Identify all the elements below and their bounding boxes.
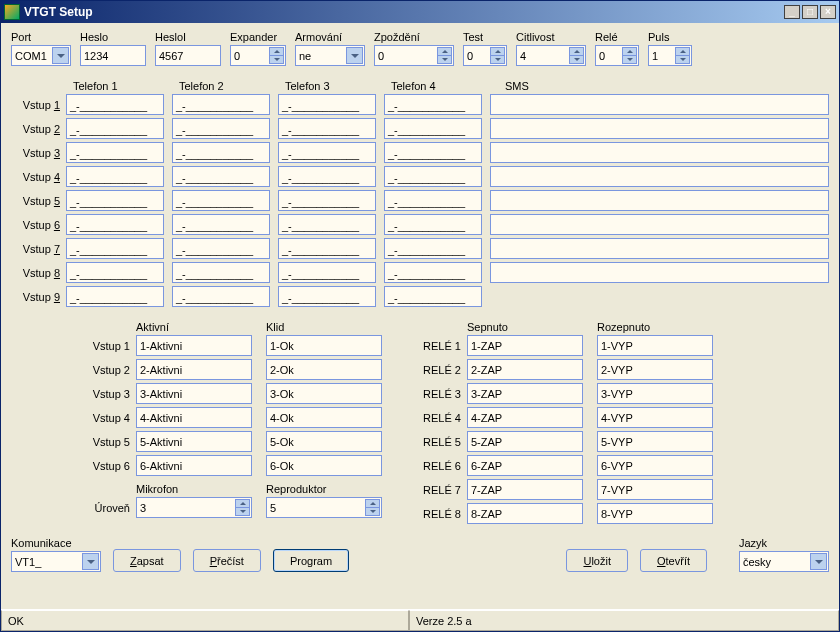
minimize-button[interactable]: _	[784, 5, 800, 19]
telefon-input[interactable]: _-___________	[66, 118, 164, 139]
klid-input[interactable]: 6-Ok	[266, 455, 382, 476]
zpozdeni-spin[interactable]: 0	[374, 45, 454, 66]
telefon-input[interactable]: _-___________	[172, 190, 270, 211]
klid-input[interactable]: 3-Ok	[266, 383, 382, 404]
telefon-input[interactable]: _-___________	[278, 142, 376, 163]
telefon-input[interactable]: _-___________	[384, 238, 482, 259]
klid-input[interactable]: 4-Ok	[266, 407, 382, 428]
sepnuto-input[interactable]: 3-ZAP	[467, 383, 583, 404]
rozepnuto-input[interactable]: 5-VYP	[597, 431, 713, 452]
rozepnuto-input[interactable]: 8-VYP	[597, 503, 713, 524]
telefon3-header: Telefon 3	[285, 80, 383, 92]
telefon-input[interactable]: _-___________	[278, 214, 376, 235]
citlivost-spin[interactable]: 4	[516, 45, 586, 66]
telefon-input[interactable]: _-___________	[384, 94, 482, 115]
maximize-button[interactable]: □	[802, 5, 818, 19]
aktivni-input[interactable]: 3-Aktivni	[136, 383, 252, 404]
ulozit-button[interactable]: Uložit	[566, 549, 628, 572]
telefon-input[interactable]: _-___________	[384, 190, 482, 211]
telefon1-header: Telefon 1	[73, 80, 171, 92]
sms-input[interactable]	[490, 118, 829, 139]
status-version: Verze 2.5 a	[409, 610, 839, 631]
sepnuto-input[interactable]: 7-ZAP	[467, 479, 583, 500]
telefon-input[interactable]: _-___________	[66, 238, 164, 259]
telefon-input[interactable]: _-___________	[66, 262, 164, 283]
klid-input[interactable]: 5-Ok	[266, 431, 382, 452]
telefon-input[interactable]: _-___________	[384, 286, 482, 307]
telefon-input[interactable]: _-___________	[278, 238, 376, 259]
klid-input[interactable]: 2-Ok	[266, 359, 382, 380]
sepnuto-input[interactable]: 1-ZAP	[467, 335, 583, 356]
jazyk-combo[interactable]: česky	[739, 551, 829, 572]
rozepnuto-input[interactable]: 7-VYP	[597, 479, 713, 500]
telefon-input[interactable]: _-___________	[172, 118, 270, 139]
hesloi-label: HesloI	[155, 31, 221, 43]
rozepnuto-input[interactable]: 2-VYP	[597, 359, 713, 380]
telefon-input[interactable]: _-___________	[172, 238, 270, 259]
telefon-input[interactable]: _-___________	[278, 118, 376, 139]
expander-spin[interactable]: 0	[230, 45, 286, 66]
vstup-label: Vstup 6	[11, 219, 66, 231]
telefon-input[interactable]: _-___________	[66, 94, 164, 115]
puls-spin[interactable]: 1	[648, 45, 692, 66]
sms-input[interactable]	[490, 238, 829, 259]
telefon-input[interactable]: _-___________	[384, 118, 482, 139]
reproduktor-spin[interactable]: 5	[266, 497, 382, 518]
telefon-input[interactable]: _-___________	[66, 142, 164, 163]
telefon-input[interactable]: _-___________	[172, 286, 270, 307]
sepnuto-input[interactable]: 5-ZAP	[467, 431, 583, 452]
telefon-input[interactable]: _-___________	[278, 262, 376, 283]
rele-spin[interactable]: 0	[595, 45, 639, 66]
telefon-input[interactable]: _-___________	[172, 166, 270, 187]
sms-input[interactable]	[490, 166, 829, 187]
telefon-input[interactable]: _-___________	[66, 286, 164, 307]
telefon-input[interactable]: _-___________	[384, 142, 482, 163]
aktivni-input[interactable]: 2-Aktivni	[136, 359, 252, 380]
telefon-input[interactable]: _-___________	[278, 286, 376, 307]
armovani-combo[interactable]: ne	[295, 45, 365, 66]
program-button[interactable]: Program	[273, 549, 349, 572]
rozepnuto-input[interactable]: 4-VYP	[597, 407, 713, 428]
zpozdeni-label: Zpoždění	[374, 31, 454, 43]
test-spin[interactable]: 0	[463, 45, 507, 66]
zapsat-button[interactable]: Zapsat	[113, 549, 181, 572]
telefon-input[interactable]: _-___________	[172, 262, 270, 283]
aktivni-input[interactable]: 1-Aktivni	[136, 335, 252, 356]
sepnuto-input[interactable]: 6-ZAP	[467, 455, 583, 476]
telefon-input[interactable]: _-___________	[384, 166, 482, 187]
telefon-input[interactable]: _-___________	[384, 262, 482, 283]
sms-input[interactable]	[490, 142, 829, 163]
sms-input[interactable]	[490, 214, 829, 235]
sms-input[interactable]	[490, 190, 829, 211]
aktivni-input[interactable]: 5-Aktivni	[136, 431, 252, 452]
aktivni-input[interactable]: 6-Aktivni	[136, 455, 252, 476]
klid-input[interactable]: 1-Ok	[266, 335, 382, 356]
telefon-input[interactable]: _-___________	[278, 94, 376, 115]
sepnuto-input[interactable]: 4-ZAP	[467, 407, 583, 428]
telefon-input[interactable]: _-___________	[172, 142, 270, 163]
heslo-input[interactable]: 1234	[80, 45, 146, 66]
sms-input[interactable]	[490, 94, 829, 115]
otevrit-button[interactable]: Otevřít	[640, 549, 707, 572]
hesloi-input[interactable]: 4567	[155, 45, 221, 66]
rozepnuto-input[interactable]: 3-VYP	[597, 383, 713, 404]
telefon-input[interactable]: _-___________	[278, 166, 376, 187]
telefon-input[interactable]: _-___________	[172, 94, 270, 115]
precist-button[interactable]: Přečíst	[193, 549, 261, 572]
telefon-input[interactable]: _-___________	[66, 214, 164, 235]
rozepnuto-input[interactable]: 6-VYP	[597, 455, 713, 476]
close-button[interactable]: ×	[820, 5, 836, 19]
telefon-input[interactable]: _-___________	[384, 214, 482, 235]
port-combo[interactable]: COM1	[11, 45, 71, 66]
sms-input[interactable]	[490, 262, 829, 283]
telefon-input[interactable]: _-___________	[66, 166, 164, 187]
komunikace-combo[interactable]: VT1_	[11, 551, 101, 572]
telefon-input[interactable]: _-___________	[172, 214, 270, 235]
mikrofon-spin[interactable]: 3	[136, 497, 252, 518]
aktivni-input[interactable]: 4-Aktivni	[136, 407, 252, 428]
sepnuto-input[interactable]: 8-ZAP	[467, 503, 583, 524]
rozepnuto-input[interactable]: 1-VYP	[597, 335, 713, 356]
telefon-input[interactable]: _-___________	[66, 190, 164, 211]
sepnuto-input[interactable]: 2-ZAP	[467, 359, 583, 380]
telefon-input[interactable]: _-___________	[278, 190, 376, 211]
